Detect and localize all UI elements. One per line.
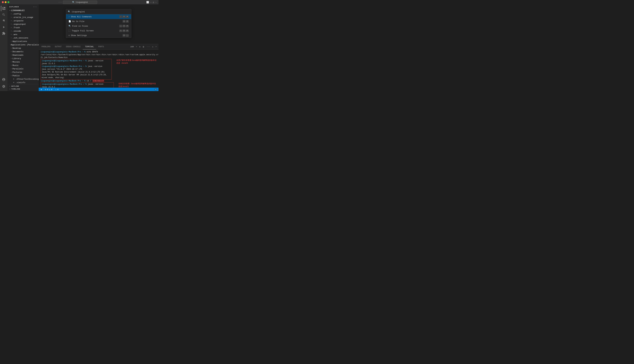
tree-root-item[interactable]: ▾ LIUGUANGLEI — [8, 9, 39, 12]
forward-arrow[interactable]: › — [60, 1, 62, 4]
command-palette[interactable]: 🔍 ⚡ Show All Commands ⇧ ⌘ P — [66, 9, 131, 38]
activity-source-control[interactable] — [1, 18, 6, 24]
terminal-line: javac 21.0.1 — [42, 62, 110, 65]
search-value: liuguanglei — [76, 1, 88, 4]
activity-account[interactable] — [1, 77, 6, 82]
tab-terminal[interactable]: TERMINAL — [83, 44, 96, 50]
tree-item[interactable]: › .zsh_sessions — [8, 36, 39, 40]
terminal-box-2: liuguanglei@liuguangleis-MacBook-Pro / %… — [40, 82, 114, 88]
terminal-trash-button[interactable]: 🗑 — [142, 46, 145, 48]
tree-item-applications-parallels[interactable]: › Applications (Parallels) — [8, 43, 39, 46]
cp-item-label: Find in Files — [72, 25, 88, 27]
terminal-split-button[interactable]: ⊞ — [139, 46, 141, 48]
terminal-add-button[interactable]: + — [136, 46, 138, 48]
branch-icon: ⊞ — [41, 88, 42, 90]
status-right: ✕ — [154, 88, 157, 90]
cp-item-icon: 🔍 — [68, 25, 71, 27]
main-layout: EXPLORER ··· ▾ LIUGUANGLEI › .config › .… — [0, 4, 158, 91]
cp-item-go-to-file[interactable]: 📄 Go to File ⌘ P — [66, 19, 131, 24]
tree-item[interactable]: › Library — [8, 57, 39, 60]
sidebar-bottom: › OUTLINE › TIMELINE — [8, 84, 39, 91]
minimize-button[interactable] — [5, 1, 6, 3]
titlebar-center: ‹ › 🔍 liuguanglei — [58, 0, 97, 4]
cp-item-toggle-fullscreen[interactable]: ⛶ Toggle Full Screen ^ ⌘ F — [66, 28, 131, 33]
activity-run[interactable] — [1, 24, 6, 30]
tree-item[interactable]: › Parallels — [8, 67, 39, 70]
status-branch[interactable]: ⊞ — [40, 88, 42, 90]
file-icon: ≡ — [12, 78, 15, 80]
titlebar-right: ⬜ ▭ ▥ ⋯ — [146, 1, 157, 4]
activity-settings[interactable] — [1, 84, 6, 89]
status-x[interactable]: ✕ — [154, 88, 157, 90]
tree-item-applications[interactable]: › Applications — [8, 40, 39, 43]
explorer-tree[interactable]: ▾ LIUGUANGLEI › .config › .oracle_jre_us… — [8, 9, 39, 84]
search-bar[interactable]: 🔍 liuguanglei — [63, 0, 97, 4]
layout2-icon[interactable]: ▭ — [150, 1, 152, 4]
activity-explorer[interactable] — [1, 6, 6, 11]
maximize-button[interactable] — [8, 1, 9, 3]
cp-item-show-all-commands[interactable]: ⚡ Show All Commands ⇧ ⌘ P — [66, 14, 131, 19]
panel-chevron-up[interactable]: ∧ — [152, 46, 154, 48]
tree-item[interactable]: › .wns — [8, 33, 39, 36]
annotation-1: 在用户家目录查看Java编译器和解释器的版本信息是 Java21 — [116, 59, 157, 64]
terminal-line: liuguanglei@liuguangleis-MacBook-Pro / %… — [42, 83, 113, 86]
outline-label: OUTLINE — [12, 85, 19, 87]
terminal-line: liuguanglei@liuguangleis-MacBook-Pro ~ %… — [42, 60, 110, 62]
tree-expand-arrow: ▾ — [9, 10, 11, 12]
tree-item[interactable]: › Desktop — [8, 46, 39, 50]
cp-shortcut: ⇧ ⌘ P — [119, 16, 129, 18]
status-errors[interactable]: ⊘ 0 △ 0 — [44, 88, 53, 90]
tree-item[interactable]: › .snipaste — [8, 19, 39, 22]
panel-tabs-right: zsh + ⊞ 🗑 ··· ∧ × — [130, 46, 158, 48]
status-warnings[interactable]: ⚠ 0 — [55, 88, 59, 90]
activity-bottom — [1, 77, 6, 91]
tree-item[interactable]: › Movies — [8, 60, 39, 64]
outline-section[interactable]: › OUTLINE — [8, 85, 39, 88]
panel-close-button[interactable]: × — [155, 46, 157, 48]
tree-item[interactable]: › .sogouinput — [8, 22, 39, 26]
layout3-icon[interactable]: ▥ — [153, 1, 154, 4]
activity-search[interactable] — [1, 12, 6, 18]
sidebar: EXPLORER ··· ▾ LIUGUANGLEI › .config › .… — [8, 4, 39, 91]
terminal-content[interactable]: liuguanglei@liuguangleis-MacBook-Pro ~ %… — [39, 50, 158, 88]
cp-item-left: 🔍 Find in Files — [68, 25, 88, 27]
terminal-more-button[interactable]: ··· — [146, 46, 151, 48]
traffic-lights — [2, 1, 9, 3]
tree-item[interactable]: › Pictures — [8, 70, 39, 74]
tree-item[interactable]: ≡ .viminfo — [8, 81, 39, 84]
tree-item[interactable]: › Music — [8, 64, 39, 67]
status-bar: ⊞ ⊘ 0 △ 0 ⚠ 0 ✕ — [39, 88, 158, 91]
tree-item[interactable]: › Documents — [8, 50, 39, 53]
terminal-line: Java(TM) SE Runtime Environment (build 2… — [42, 71, 110, 74]
cp-item-icon: 📄 — [68, 20, 71, 22]
tab-output[interactable]: OUTPUT — [53, 44, 64, 50]
timeline-section[interactable]: › TIMELINE — [8, 88, 39, 90]
tree-item[interactable]: › Public — [8, 74, 39, 77]
file-icon: ≡ — [12, 82, 15, 84]
cp-item-left: ⛶ Toggle Full Screen — [68, 30, 94, 32]
tree-item[interactable]: › .vscode — [8, 29, 39, 33]
tree-item[interactable]: › .Trash — [8, 26, 39, 29]
tree-item-downloads[interactable]: › Downloads — [8, 53, 39, 57]
cp-item-icon: ⛶ — [68, 30, 70, 32]
cd-annotation: 切换到根目录 — [92, 80, 104, 82]
more-icon[interactable]: ⋯ — [156, 1, 157, 4]
layout-icon[interactable]: ⬜ — [146, 1, 149, 4]
cp-item-find-in-files[interactable]: 🔍 Find in Files ⇧ ⌘ F — [66, 24, 131, 28]
tab-ports[interactable]: PORTS — [96, 44, 106, 50]
cp-search-input[interactable] — [72, 10, 129, 13]
sidebar-more-icon[interactable]: ··· — [33, 6, 37, 8]
timeline-arrow: › — [9, 88, 10, 90]
tree-item[interactable]: ≡ .CFUserTextEncoding — [8, 77, 39, 81]
tab-problems[interactable]: PROBLEMS — [39, 44, 53, 50]
cp-item-show-settings[interactable]: ⚙ Show Settings ⌘ , — [66, 33, 131, 38]
tree-item[interactable]: › .oracle_jre_usage — [8, 16, 39, 19]
tab-debug-console[interactable]: DEBUG CONSOLE — [64, 44, 83, 50]
terminal-panel: PROBLEMS OUTPUT DEBUG CONSOLE TERMINAL P… — [39, 44, 158, 88]
back-arrow[interactable]: ‹ — [58, 1, 60, 4]
close-button[interactable] — [2, 1, 4, 3]
editor-area: ⬡ 🔍 ⚡ Show All Commands ⇧ ⌘ P — [39, 4, 158, 44]
tree-item[interactable]: › .config — [8, 12, 39, 16]
activity-extensions[interactable] — [1, 30, 6, 36]
sidebar-title: EXPLORER — [9, 6, 19, 8]
